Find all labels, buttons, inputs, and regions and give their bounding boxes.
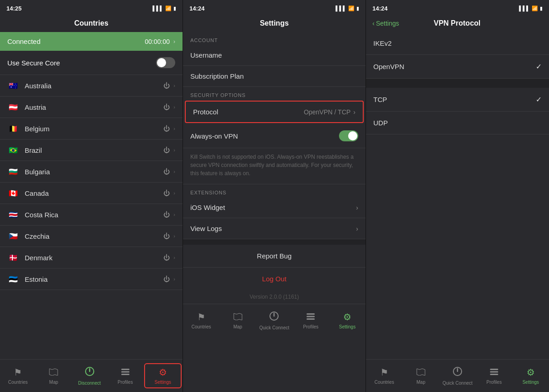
view-logs-row[interactable]: View Logs › (183, 218, 366, 239)
battery-icon-2: ▮ (356, 5, 359, 11)
country-chevron: › (173, 147, 175, 153)
list-item[interactable]: 🇨🇿 Czechia ⏻ › (0, 226, 183, 247)
protocol-label: Protocol (193, 108, 218, 116)
nav-settings-2[interactable]: ⚙ Settings (329, 309, 366, 332)
nav-label: Disconnect (78, 381, 101, 386)
connected-timer: 00:00:00 (145, 38, 170, 45)
flag-czechia: 🇨🇿 (7, 232, 19, 240)
quickconnect-icon-3 (452, 366, 463, 379)
country-chevron: › (173, 212, 175, 217)
nav-quickconnect-3[interactable]: Quick Connect (439, 364, 476, 388)
extensions-section-label: EXTENSIONS (183, 184, 366, 197)
nav-map-1[interactable]: Map (36, 365, 71, 387)
connected-right: 00:00:00 › (145, 38, 176, 45)
map-icon-3 (416, 367, 425, 378)
nav-countries-3[interactable]: ⚑ Countries (366, 364, 403, 387)
map-icon-1 (49, 367, 58, 378)
country-chevron: › (173, 190, 175, 196)
nav-countries-1[interactable]: ⚑ Countries (0, 364, 36, 387)
always-on-row[interactable]: Always-on VPN (183, 124, 366, 148)
ios-widget-chevron: › (356, 204, 358, 211)
nav-label: Map (49, 380, 58, 385)
quickconnect-icon-2 (269, 311, 279, 323)
vpn-back-button[interactable]: ‹ Settings (372, 20, 399, 27)
vpn-protocol-panel: 14:24 ▌▌▌ 📶 ▮ ‹ Settings VPN Protocol IK… (366, 0, 549, 392)
settings-icon-2: ⚙ (343, 311, 351, 322)
nav-label: Settings (339, 324, 355, 329)
flag-brazil: 🇧🇷 (7, 146, 19, 154)
flag-estonia: 🇪🇪 (7, 275, 19, 283)
openvpn-checkmark: ✓ (536, 62, 542, 71)
list-item[interactable]: 🇧🇷 Brazil ⏻ › (0, 140, 183, 161)
always-on-thumb (348, 131, 357, 140)
countries-icon-3: ⚑ (380, 367, 388, 378)
secure-core-toggle[interactable] (156, 57, 175, 68)
logout-label: Log Out (262, 275, 286, 283)
battery-icon-3: ▮ (540, 5, 543, 11)
list-item[interactable]: 🇦🇹 Austria ⏻ › (0, 97, 183, 118)
nav-profiles-1[interactable]: Profiles (108, 365, 143, 387)
protocol-udp[interactable]: UDP (366, 112, 549, 134)
nav-map-3[interactable]: Map (403, 365, 439, 387)
subscription-row[interactable]: Subscription Plan (183, 66, 366, 87)
profiles-icon-2 (306, 312, 315, 322)
nav-settings-1[interactable]: ⚙ Settings (144, 363, 182, 388)
svg-rect-14 (490, 374, 498, 375)
secure-core-row[interactable]: Use Secure Core (0, 51, 183, 75)
ios-widget-label: iOS Widget (190, 204, 225, 211)
username-row[interactable]: Username (183, 45, 366, 66)
nav-quickconnect-2[interactable]: Quick Connect (256, 308, 293, 333)
connected-chevron: › (173, 38, 175, 45)
connected-label: Connected (7, 38, 41, 45)
battery-icon-1: ▮ (173, 5, 176, 11)
secure-core-thumb (157, 58, 166, 67)
spacer (183, 239, 366, 245)
country-name: Brazil (25, 146, 163, 154)
always-on-label: Always-on VPN (190, 132, 238, 140)
always-on-toggle[interactable] (339, 130, 358, 141)
country-name: Denmark (25, 254, 163, 262)
svg-rect-13 (490, 371, 498, 372)
nav-label: Countries (191, 324, 211, 329)
nav-profiles-3[interactable]: Profiles (476, 365, 512, 387)
wifi-icon-1: 📶 (165, 5, 172, 11)
vpn-header: ‹ Settings VPN Protocol (366, 16, 549, 32)
country-chevron: › (173, 255, 175, 260)
back-label: Settings (376, 20, 399, 27)
account-section-label: ACCOUNT (183, 32, 366, 45)
logout-row[interactable]: Log Out (183, 268, 366, 290)
list-item[interactable]: 🇨🇷 Costa Rica ⏻ › (0, 204, 183, 226)
connected-bar[interactable]: Connected 00:00:00 › (0, 32, 183, 51)
countries-icon-1: ⚑ (14, 367, 22, 378)
flag-costarica: 🇨🇷 (7, 210, 19, 219)
list-item[interactable]: 🇧🇪 Belgium ⏻ › (0, 118, 183, 140)
protocol-tcp[interactable]: TCP ✓ (366, 88, 549, 112)
nav-profiles-2[interactable]: Profiles (292, 309, 329, 332)
power-icon: ⏻ (163, 189, 170, 197)
flag-belgium: 🇧🇪 (7, 124, 19, 133)
nav-label: Map (416, 380, 425, 385)
protocol-openvpn[interactable]: OpenVPN ✓ (366, 55, 549, 79)
protocol-spacer (366, 79, 549, 88)
wifi-icon-3: 📶 (532, 5, 538, 11)
list-item[interactable]: 🇧🇬 Bulgaria ⏻ › (0, 161, 183, 183)
report-bug-row[interactable]: Report Bug (183, 245, 366, 268)
nav-map-2[interactable]: Map (220, 309, 256, 332)
back-chevron-icon: ‹ (372, 20, 375, 27)
subscription-label: Subscription Plan (190, 72, 244, 80)
list-item[interactable]: 🇦🇺 Australia ⏻ › (0, 75, 183, 97)
protocol-chevron: › (353, 108, 355, 116)
nav-settings-3[interactable]: ⚙ Settings (512, 364, 549, 387)
list-item[interactable]: 🇩🇰 Denmark ⏻ › (0, 247, 183, 268)
protocol-row[interactable]: Protocol OpenVPN / TCP › (185, 101, 364, 123)
ios-widget-row[interactable]: iOS Widget › (183, 197, 366, 218)
time-3: 14:24 (372, 5, 388, 12)
nav-disconnect-1[interactable]: Disconnect (71, 364, 107, 388)
list-item[interactable]: 🇨🇦 Canada ⏻ › (0, 183, 183, 204)
protocol-ikev2[interactable]: IKEv2 (366, 32, 549, 55)
country-chevron: › (173, 104, 175, 110)
bottom-nav-3: ⚑ Countries Map Quick Connect Profiles ⚙… (366, 359, 549, 392)
list-item[interactable]: 🇪🇪 Estonia ⏻ › (0, 268, 183, 290)
nav-countries-2[interactable]: ⚑ Countries (183, 309, 220, 332)
time-1: 14:25 (6, 5, 22, 12)
